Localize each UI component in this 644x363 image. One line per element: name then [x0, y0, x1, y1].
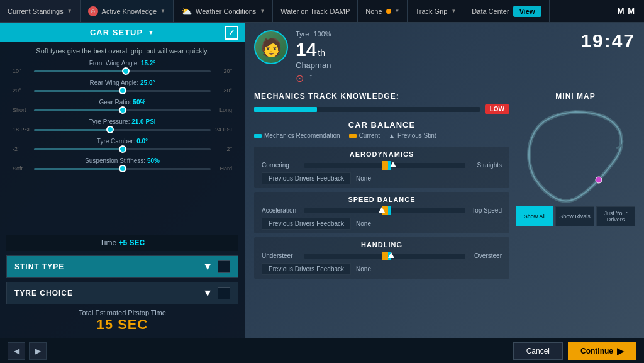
water-track-item[interactable]: Water on Track DAMP — [273, 0, 358, 22]
slider-range-5: Soft Hard — [13, 165, 232, 172]
slider-row-1: Rear Wing Angle: 25.0° 20° 30° — [13, 79, 232, 94]
driver-position: 14 — [296, 39, 316, 60]
ak-chevron: ▼ — [160, 8, 165, 14]
slider-max-3: 24 PSI — [214, 126, 232, 133]
aero-slider-row: Cornering Straights — [262, 162, 502, 169]
car-balance-header: CAR BALANCE Mechanics Recomendation Curr… — [254, 120, 509, 143]
slider-track-4[interactable] — [34, 148, 211, 150]
mechanics-track — [254, 107, 480, 112]
tyre-choice-right: ▼ — [203, 287, 230, 299]
setup-hint: Soft tyres give the best overall grip, b… — [0, 42, 245, 57]
speed-feedback-val: None — [356, 220, 371, 227]
aero-track — [304, 163, 465, 168]
data-center-view-btn[interactable]: View — [513, 6, 541, 17]
mechanics-title: MECHANICS TRACK KNOWLEDGE: — [254, 92, 509, 101]
handling-track — [304, 254, 465, 259]
data-center-item[interactable]: Data Center View — [464, 0, 549, 22]
slider-range-2: Short Long — [13, 107, 232, 113]
timer-display: 19:47 — [580, 30, 635, 52]
speed-track — [304, 208, 465, 213]
cancel-button[interactable]: Cancel — [513, 342, 563, 360]
weather-label: Weather Conditions — [196, 8, 256, 15]
show-rivals-btn[interactable]: Show Rivals — [555, 206, 594, 226]
car-setup-title: CAR SETUP — [90, 28, 143, 37]
continue-button[interactable]: Continue ▶ — [568, 342, 636, 360]
slider-thumb-4[interactable] — [119, 145, 126, 153]
speed-feedback-btn[interactable]: Previous Drivers Feedback — [262, 218, 351, 230]
total-time-value: 15 SEC — [6, 316, 238, 333]
next-arrow[interactable]: ▶ — [29, 342, 47, 360]
driver-position-row: 14 th — [296, 39, 331, 60]
handling-block: HANDLING Understeer Oversteer Previous D… — [254, 237, 509, 279]
time-box: Time +5 SEC — [6, 235, 238, 251]
slider-thumb-0[interactable] — [122, 67, 130, 75]
slider-track-5[interactable] — [34, 168, 211, 170]
avatar-emoji: 🧑 — [260, 37, 282, 58]
weather-dropdown[interactable]: ⛅ Weather Conditions ▼ — [174, 0, 273, 22]
car-setup-checkmark[interactable]: ✓ — [225, 26, 238, 40]
weather-icon: ⛅ — [181, 6, 192, 16]
handling-left-label: Understeer — [262, 252, 299, 259]
stint-type-right: ▼ — [203, 260, 230, 273]
aero-title: AERODYNAMICS — [262, 150, 502, 158]
slider-max-2: Long — [214, 107, 232, 113]
slider-track-1[interactable] — [34, 90, 211, 92]
slider-max-4: 2° — [214, 146, 232, 152]
active-knowledge-label: Active Knowledge — [102, 8, 157, 15]
legend-prev: ▲ Previous Stint — [389, 132, 436, 139]
slider-thumb-2[interactable] — [119, 106, 126, 114]
water-value: None — [365, 8, 382, 15]
stint-type-box — [218, 260, 230, 273]
slider-fill-2 — [34, 109, 123, 111]
legend-rec: Mechanics Recomendation — [254, 132, 340, 139]
legend: Mechanics Recomendation Current ▲ Previo… — [254, 132, 509, 139]
slider-thumb-3[interactable] — [106, 126, 114, 133]
slider-track-2[interactable] — [34, 109, 211, 111]
legend-cur-swatch — [349, 134, 357, 138]
slider-min-0: 10° — [13, 68, 30, 74]
slider-min-3: 18 PSI — [13, 126, 30, 133]
aero-feedback-btn[interactable]: Previous Drivers Feedback — [262, 172, 351, 184]
low-badge: LOW — [485, 104, 509, 114]
standings-chevron: ▼ — [67, 8, 72, 14]
clock-icon: ⊙ — [88, 6, 98, 16]
handling-feedback-val: None — [356, 265, 371, 272]
bottom-actions: Cancel Continue ▶ — [513, 342, 636, 360]
mechanics-section: MECHANICS TRACK KNOWLEDGE: LOW — [254, 92, 509, 114]
slider-max-0: 20° — [214, 68, 232, 74]
slider-thumb-1[interactable] — [119, 87, 126, 94]
car-setup-header[interactable]: CAR SETUP ▼ ✓ — [0, 23, 245, 42]
stint-type-bar[interactable]: STINT TYPE ▼ — [6, 255, 238, 278]
track-grip-item[interactable]: Track Grip ▼ — [408, 0, 464, 22]
slider-row-2: Gear Ratio: 50% Short Long — [13, 99, 232, 113]
slider-track-0[interactable] — [34, 70, 211, 72]
map-controls: Show All Show Rivals Just Your Drivers — [516, 206, 635, 226]
water-on-track-item[interactable]: None ▼ — [358, 0, 408, 22]
handling-feedback-btn[interactable]: Previous Drivers Feedback — [262, 263, 351, 275]
bottom-bar: ◀ ▶ Cancel Continue ▶ — [0, 338, 644, 363]
main-content: CAR SETUP ▼ ✓ Soft tyres give the best o… — [0, 23, 644, 338]
tyre-choice-label: TYRE CHOICE — [14, 289, 73, 298]
prev-arrow[interactable]: ◀ — [8, 342, 25, 360]
speed-slider-row: Acceleration Top Speed — [262, 207, 502, 214]
active-knowledge-item[interactable]: ⊙ Active Knowledge ▼ — [80, 0, 174, 22]
water-label: Water on Track — [280, 8, 327, 15]
slider-track-3[interactable] — [34, 129, 211, 131]
slider-thumb-5[interactable] — [119, 165, 126, 172]
handling-feedback-row: Previous Drivers Feedback None — [262, 263, 502, 275]
race-timer: 19:47 — [580, 30, 635, 51]
standings-dropdown[interactable]: Current Standings ▼ — [0, 0, 80, 22]
triangle-icon: ▲ — [389, 132, 395, 139]
driver-info: Tyre 100% 14 th Chapman ⊙ ↑ — [296, 30, 331, 84]
show-all-btn[interactable]: Show All — [516, 206, 553, 226]
tyre-choice-bar[interactable]: TYRE CHOICE ▼ — [6, 282, 238, 304]
handling-title: HANDLING — [262, 241, 502, 249]
slider-row-4: Tyre Camber: 0.0° -2° 2° — [13, 138, 232, 152]
slider-fill-3 — [34, 129, 110, 131]
driver-name: Chapman — [296, 60, 331, 70]
mm-logo: M M — [609, 6, 644, 16]
slider-fill-4 — [34, 148, 123, 150]
aero-right-label: Straights — [470, 162, 502, 169]
car-setup-chevron: ▼ — [148, 29, 155, 36]
your-drivers-btn[interactable]: Just Your Drivers — [596, 206, 635, 226]
